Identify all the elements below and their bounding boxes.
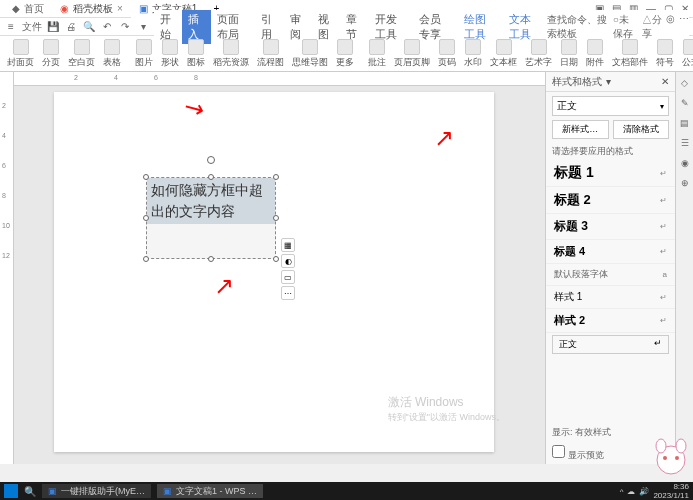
refresh-icon[interactable]: ↵ — [660, 316, 667, 325]
refresh-icon[interactable]: a — [663, 270, 667, 279]
style-item-s2[interactable]: 样式 2↵ — [546, 309, 675, 333]
float-tool-fill[interactable]: ◐ — [281, 254, 295, 268]
tab-template[interactable]: ◉稻壳模板× — [52, 0, 131, 18]
resize-handle-bl[interactable] — [143, 256, 149, 262]
mascot-icon — [651, 436, 691, 476]
ribbon-parts[interactable]: 文档部件 — [609, 39, 651, 69]
resize-handle-ml[interactable] — [143, 215, 149, 221]
refresh-icon[interactable]: ↵ — [660, 196, 667, 205]
ribbon-flowchart[interactable]: 流程图 — [254, 39, 287, 69]
redo-icon[interactable]: ↷ — [118, 20, 132, 34]
side-tab-2[interactable]: ✎ — [678, 96, 692, 110]
preview-icon[interactable]: 🔍 — [82, 20, 96, 34]
ribbon-symbol[interactable]: 符号 — [653, 39, 677, 69]
style-item-s1[interactable]: 样式 1↵ — [546, 286, 675, 309]
task-app2[interactable]: ▣文字文稿1 - WPS … — [157, 484, 263, 498]
side-tab-6[interactable]: ⊕ — [678, 176, 692, 190]
resize-handle-bm[interactable] — [208, 256, 214, 262]
refresh-icon[interactable]: ↵ — [660, 222, 667, 231]
side-tab-3[interactable]: ▤ — [678, 116, 692, 130]
resize-handle-tl[interactable] — [143, 174, 149, 180]
close-icon[interactable]: × — [117, 3, 123, 14]
ribbon-header[interactable]: 页眉页脚 — [391, 39, 433, 69]
refresh-icon[interactable]: ↵ — [660, 169, 667, 178]
ribbon-blank[interactable]: 空白页 — [65, 39, 98, 69]
ribbon-docer[interactable]: 稻壳资源 — [210, 39, 252, 69]
ribbon-pagebreak[interactable]: 分页 — [39, 39, 63, 69]
ribbon-icons[interactable]: 图标 — [184, 39, 208, 69]
start-button[interactable] — [4, 484, 18, 498]
resize-handle-mr[interactable] — [273, 215, 279, 221]
save-icon[interactable]: 💾 — [46, 20, 60, 34]
float-tool-outline[interactable]: ▭ — [281, 270, 295, 284]
ribbon-more[interactable]: 更多 — [333, 39, 357, 69]
ribbon-attach[interactable]: 附件 — [583, 39, 607, 69]
undo-icon[interactable]: ↶ — [100, 20, 114, 34]
resize-handle-tm[interactable] — [208, 174, 214, 180]
file-label[interactable]: 文件 — [22, 20, 42, 34]
ribbon-shape-label: 形状 — [161, 56, 179, 69]
style-item-h3[interactable]: 标题 3↵ — [546, 214, 675, 240]
search-hint[interactable]: 查找命令、搜索模板 — [547, 13, 609, 41]
panel-close-icon[interactable]: ✕ — [661, 76, 669, 87]
print-icon[interactable]: 🖨 — [64, 20, 78, 34]
float-tool-layout[interactable]: ▦ — [281, 238, 295, 252]
side-tab-1[interactable]: ◇ — [678, 76, 692, 90]
ribbon-wordart[interactable]: 艺术字 — [522, 39, 555, 69]
style-normal-row[interactable]: 正文↵ — [552, 335, 669, 354]
ribbon-date[interactable]: 日期 — [557, 39, 581, 69]
ribbon-comment[interactable]: 批注 — [365, 39, 389, 69]
float-tool-more[interactable]: ⋯ — [281, 286, 295, 300]
panel-buttons: 新样式… 清除格式 — [546, 120, 675, 143]
clock-time[interactable]: 8:36 — [653, 482, 689, 491]
ribbon-cover-label: 封面页 — [7, 56, 34, 69]
style-item-h4[interactable]: 标题 4↵ — [546, 240, 675, 264]
textbox-content[interactable]: 如何隐藏方框中超 出的文字内容 — [147, 178, 275, 224]
clear-style-button[interactable]: 清除格式 — [613, 120, 670, 139]
tab-home[interactable]: ◆首页 — [4, 0, 52, 18]
ribbon-pagebreak-label: 分页 — [42, 56, 60, 69]
rotate-handle[interactable] — [207, 156, 215, 164]
menu-button[interactable]: ≡ — [4, 20, 18, 34]
resize-handle-tr[interactable] — [273, 174, 279, 180]
canvas[interactable]: 24 68 如何隐藏方框中超 出的文字内容 ▦ ◐ — [14, 72, 545, 464]
ribbon-formula[interactable]: 公式 — [679, 39, 693, 69]
side-tab-5[interactable]: ◉ — [678, 156, 692, 170]
ribbon-watermark[interactable]: 水印 — [461, 39, 485, 69]
qat-dropdown[interactable]: ▾ — [136, 20, 150, 34]
refresh-icon[interactable]: ↵ — [654, 338, 662, 351]
ribbon-cover[interactable]: 封面页 — [4, 39, 37, 69]
ribbon-shape[interactable]: 形状 — [158, 39, 182, 69]
document-page[interactable]: 如何隐藏方框中超 出的文字内容 ▦ ◐ ▭ ⋯ — [54, 92, 494, 452]
tray-icon[interactable]: ☁ — [627, 487, 635, 496]
ribbon-image[interactable]: 图片 — [132, 39, 156, 69]
ribbon-mindmap[interactable]: 思维导图 — [289, 39, 331, 69]
textbox[interactable]: 如何隐藏方框中超 出的文字内容 ▦ ◐ ▭ ⋯ — [146, 177, 276, 259]
ribbon-table[interactable]: 表格 — [100, 39, 124, 69]
style-item-h2[interactable]: 标题 2↵ — [546, 187, 675, 214]
unsaved-indicator[interactable]: ○未保存 — [613, 13, 638, 41]
search-icon[interactable]: 🔍 — [24, 486, 36, 497]
style-item-h1[interactable]: 标题 1↵ — [546, 160, 675, 187]
side-tab-4[interactable]: ☰ — [678, 136, 692, 150]
more-icon[interactable]: ⋯ — [679, 13, 689, 41]
style-dropdown[interactable]: 正文 ▾ — [552, 96, 669, 116]
ribbon-pagenum[interactable]: 页码 — [435, 39, 459, 69]
new-style-button[interactable]: 新样式… — [552, 120, 609, 139]
shape-icon — [162, 39, 178, 55]
tray-icon[interactable]: 🔊 — [639, 487, 649, 496]
preview-checkbox[interactable] — [552, 445, 565, 458]
refresh-icon[interactable]: ↵ — [660, 247, 667, 256]
resize-handle-br[interactable] — [273, 256, 279, 262]
style-item-default[interactable]: 默认段落字体a — [546, 264, 675, 286]
share-button[interactable]: △分享 — [642, 13, 663, 41]
task-app1[interactable]: ▣一键排版助手(MyE… — [42, 484, 151, 498]
settings-icon[interactable]: ◎ — [666, 13, 675, 41]
refresh-icon[interactable]: ↵ — [660, 293, 667, 302]
home-icon: ◆ — [12, 3, 20, 14]
tray-icon[interactable]: ^ — [620, 487, 624, 496]
clock-date[interactable]: 2023/1/11 — [653, 491, 689, 500]
ribbon-textbox[interactable]: 文本框 — [487, 39, 520, 69]
more-icon — [337, 39, 353, 55]
ribbon-flowchart-label: 流程图 — [257, 56, 284, 69]
